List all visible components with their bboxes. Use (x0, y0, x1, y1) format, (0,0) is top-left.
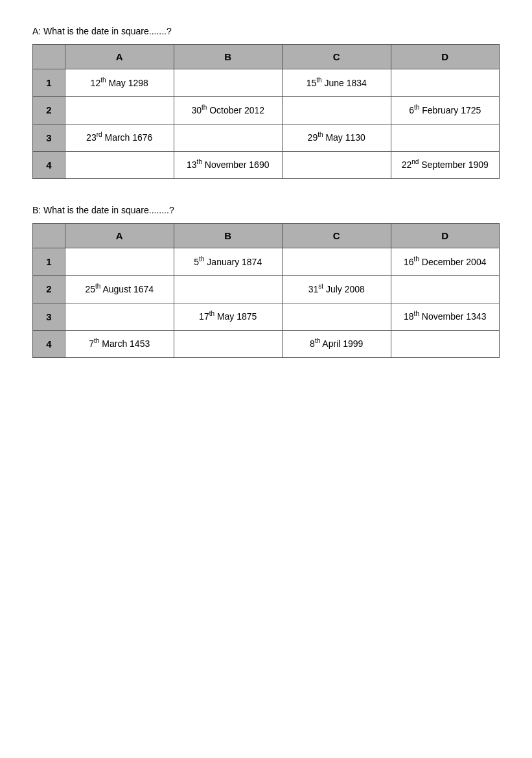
row-label: 4 (33, 330, 65, 357)
data-cell: 29th May 1130 (283, 124, 391, 151)
data-cell: 5th January 1874 (174, 248, 283, 276)
data-cell (283, 248, 391, 276)
data-cell: 13th November 1690 (174, 151, 283, 178)
cell-text: 17th May 1875 (199, 311, 257, 322)
col-header-a1: A (65, 45, 174, 69)
cell-text: 29th May 1130 (308, 132, 365, 143)
cell-text: 23rd March 1676 (86, 132, 152, 143)
data-cell: 6th February 1725 (391, 97, 500, 124)
data-cell: 31st July 2008 (283, 276, 391, 303)
data-cell: 8th April 1999 (283, 330, 391, 357)
col-header-c1: C (283, 45, 391, 69)
ordinal-suffix: th (315, 338, 320, 345)
ordinal-suffix: st (318, 283, 323, 290)
table-row: 225th August 167431st July 2008 (33, 276, 500, 303)
data-cell: 15th June 1834 (283, 69, 391, 97)
data-cell: 18th November 1343 (391, 303, 500, 330)
cell-text: 18th November 1343 (404, 311, 486, 322)
question-a: A: What is the date in square.......? (32, 26, 500, 36)
table-row: 323rd March 167629th May 1130 (33, 124, 500, 151)
ordinal-suffix: rd (97, 132, 102, 139)
data-cell: 16th December 2004 (391, 248, 500, 276)
section-b: B: What is the date in square........? A… (32, 205, 500, 358)
cell-text: 30th October 2012 (191, 105, 264, 115)
data-cell (391, 276, 500, 303)
table-row: 15th January 187416th December 2004 (33, 248, 500, 276)
col-header-c2: C (283, 224, 391, 248)
ordinal-suffix: th (318, 132, 323, 139)
data-cell (65, 303, 174, 330)
data-cell (174, 124, 283, 151)
ordinal-suffix: th (414, 311, 419, 318)
table-row: 112th May 129815th June 1834 (33, 69, 500, 97)
data-cell: 17th May 1875 (174, 303, 283, 330)
ordinal-suffix: th (316, 77, 321, 84)
row-label: 4 (33, 151, 65, 178)
data-cell (65, 248, 174, 276)
data-cell: 25th August 1674 (65, 276, 174, 303)
cell-text: 15th June 1834 (306, 78, 367, 88)
data-cell: 12th May 1298 (65, 69, 174, 97)
table-row: 413th November 169022nd September 1909 (33, 151, 500, 178)
table-a: A B C D 112th May 129815th June 1834230t… (32, 44, 500, 179)
ordinal-suffix: nd (411, 159, 419, 166)
ordinal-suffix: th (197, 159, 202, 166)
col-header-b1: B (174, 45, 283, 69)
col-header-d1: D (391, 45, 500, 69)
col-header-empty-a (33, 45, 65, 69)
col-header-d2: D (391, 224, 500, 248)
cell-text: 6th February 1725 (409, 105, 481, 115)
data-cell (391, 330, 500, 357)
table-b: A B C D 15th January 187416th December 2… (32, 223, 500, 358)
data-cell: 23rd March 1676 (65, 124, 174, 151)
data-cell (65, 151, 174, 178)
row-label: 3 (33, 303, 65, 330)
data-cell: 7th March 1453 (65, 330, 174, 357)
data-cell: 30th October 2012 (174, 97, 283, 124)
cell-text: 16th December 2004 (404, 257, 486, 267)
section-a: A: What is the date in square.......? A … (32, 26, 500, 179)
cell-text: 31st July 2008 (308, 284, 365, 294)
ordinal-suffix: th (202, 104, 207, 111)
ordinal-suffix: th (199, 255, 204, 263)
ordinal-suffix: th (95, 283, 100, 290)
table-row: 47th March 14538th April 1999 (33, 330, 500, 357)
table-row: 230th October 20126th February 1725 (33, 97, 500, 124)
row-label: 2 (33, 97, 65, 124)
cell-text: 5th January 1874 (194, 257, 262, 267)
ordinal-suffix: th (94, 338, 99, 345)
cell-text: 8th April 1999 (310, 338, 363, 349)
ordinal-suffix: th (414, 104, 419, 111)
cell-text: 22nd September 1909 (402, 160, 489, 170)
row-label: 2 (33, 276, 65, 303)
question-b: B: What is the date in square........? (32, 205, 500, 215)
data-cell (391, 69, 500, 97)
col-header-a2: A (65, 224, 174, 248)
table-row: 317th May 187518th November 1343 (33, 303, 500, 330)
data-cell (283, 303, 391, 330)
data-cell (283, 151, 391, 178)
cell-text: 12th May 1298 (91, 78, 148, 88)
ordinal-suffix: th (414, 255, 419, 263)
cell-text: 7th March 1453 (89, 338, 150, 349)
data-cell: 22nd September 1909 (391, 151, 500, 178)
row-label: 1 (33, 248, 65, 276)
col-header-b2: B (174, 224, 283, 248)
col-header-empty-b (33, 224, 65, 248)
data-cell (174, 330, 283, 357)
row-label: 1 (33, 69, 65, 97)
data-cell (65, 97, 174, 124)
data-cell (174, 276, 283, 303)
ordinal-suffix: th (100, 77, 106, 84)
data-cell (391, 124, 500, 151)
cell-text: 13th November 1690 (187, 160, 269, 170)
data-cell (283, 97, 391, 124)
data-cell (174, 69, 283, 97)
row-label: 3 (33, 124, 65, 151)
cell-text: 25th August 1674 (85, 284, 154, 294)
ordinal-suffix: th (209, 311, 214, 318)
